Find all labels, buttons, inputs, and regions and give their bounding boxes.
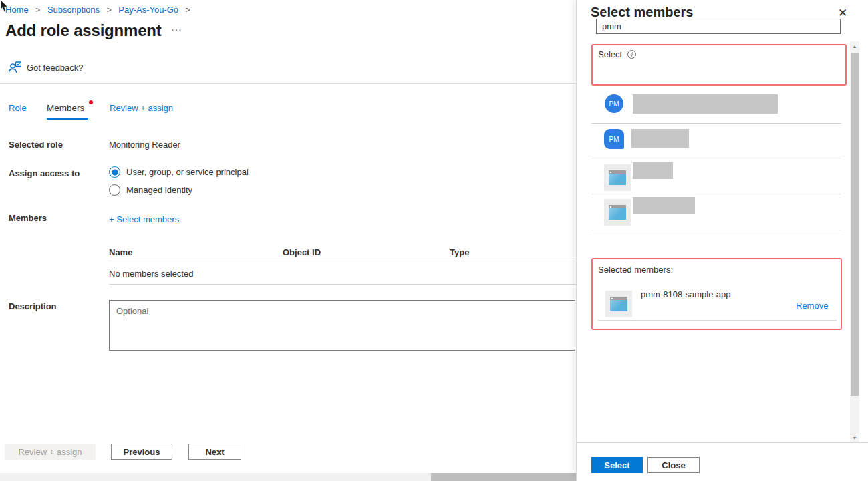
members-label: Members — [9, 213, 47, 223]
select-field-label: Select — [598, 49, 622, 59]
radio-user-group-service-principal[interactable]: User, group, or service principal — [109, 166, 249, 178]
annotation-box-select-field: Select i — [591, 44, 847, 86]
assign-access-to-label: Assign access to — [9, 168, 80, 178]
active-tab-underline — [47, 118, 88, 120]
plus-icon: + — [109, 214, 114, 224]
app-icon — [604, 164, 631, 191]
select-button[interactable]: Select — [591, 457, 643, 473]
annotation-box-selected-members: Selected members: pmm-8108-sample-app Re… — [591, 258, 842, 330]
redacted-name-bar — [633, 94, 778, 114]
select-members-link[interactable]: + Select members — [109, 213, 179, 225]
redacted-name-bar — [633, 197, 695, 214]
description-label: Description — [9, 301, 57, 311]
tab-role[interactable]: Role — [9, 103, 47, 113]
selected-role-label: Selected role — [9, 140, 63, 150]
app-icon — [605, 291, 632, 317]
breadcrumb-separator: > — [35, 5, 40, 15]
radio-managed-identity[interactable]: Managed identity — [109, 184, 192, 196]
scroll-up-icon[interactable]: ▲ — [850, 41, 859, 51]
list-divider — [591, 230, 841, 230]
vertical-scrollbar-thumb[interactable] — [851, 53, 859, 396]
table-empty-text: No members selected — [109, 269, 193, 279]
radio-selected-icon — [109, 166, 120, 178]
feedback-icon — [8, 61, 21, 73]
more-options-icon[interactable]: ··· — [171, 24, 182, 35]
tab-review-assign[interactable]: Review + assign — [110, 103, 173, 113]
breadcrumb-pay-as-you-go[interactable]: Pay-As-You-Go — [118, 5, 178, 15]
remove-member-link[interactable]: Remove — [796, 301, 828, 311]
table-row-divider — [109, 284, 576, 285]
member-search-input[interactable] — [596, 19, 841, 34]
scroll-down-icon[interactable]: ▼ — [850, 433, 859, 442]
panel-title: Select members — [591, 5, 693, 20]
previous-button[interactable]: Previous — [111, 444, 172, 460]
result-row-user-2[interactable]: PM — [591, 124, 841, 158]
selected-members-label: Selected members: — [598, 265, 673, 275]
table-header-name: Name — [109, 247, 132, 257]
table-header-object-id: Object ID — [283, 247, 321, 257]
selected-member-divider — [598, 320, 837, 321]
user-avatar: PM — [604, 129, 624, 149]
mouse-cursor-icon — [0, 0, 9, 13]
tab-members[interactable]: Members — [47, 103, 110, 113]
info-icon[interactable]: i — [627, 50, 636, 59]
members-tab-alert-dot — [89, 100, 93, 104]
got-feedback-label: Got feedback? — [27, 63, 84, 73]
horizontal-scrollbar-thumb[interactable] — [431, 473, 576, 481]
user-avatar: PM — [605, 94, 623, 113]
review-assign-button[interactable]: Review + assign — [5, 444, 96, 460]
radio-label: Managed identity — [126, 185, 192, 195]
result-row-app-1[interactable] — [591, 158, 841, 194]
horizontal-scrollbar[interactable] — [0, 473, 576, 481]
breadcrumb-subscriptions[interactable]: Subscriptions — [47, 5, 100, 15]
close-icon[interactable]: ✕ — [838, 6, 847, 20]
table-header-divider — [109, 261, 576, 261]
select-members-link-label: Select members — [116, 214, 179, 224]
result-row-user-1[interactable]: PM — [591, 90, 841, 123]
radio-unselected-icon — [109, 184, 120, 196]
app-icon — [604, 199, 631, 226]
redacted-name-bar — [631, 129, 689, 148]
radio-label: User, group, or service principal — [126, 167, 249, 177]
page-title: Add role assignment — [5, 21, 162, 40]
azure-portal-page: Home > Subscriptions > Pay-As-You-Go > A… — [0, 0, 868, 481]
breadcrumb-separator: > — [186, 5, 190, 15]
close-button[interactable]: Close — [647, 457, 700, 473]
panel-footer-divider — [577, 442, 868, 443]
got-feedback-button[interactable]: Got feedback? — [8, 61, 84, 73]
breadcrumb-separator: > — [107, 5, 112, 15]
select-members-panel: Select members ✕ Select i PM PM — [576, 0, 868, 481]
breadcrumb: Home > Subscriptions > Pay-As-You-Go > — [5, 5, 195, 15]
result-row-app-2[interactable] — [591, 194, 841, 230]
next-button[interactable]: Next — [188, 444, 241, 460]
vertical-scrollbar[interactable]: ▲ ▼ — [850, 41, 859, 442]
toolbar-divider — [0, 83, 576, 84]
tab-bar: Role Members Review + assign — [9, 103, 173, 113]
selected-role-value: Monitoring Reader — [109, 140, 180, 150]
selected-member-name: pmm-8108-sample-app — [641, 289, 730, 299]
table-header-type: Type — [450, 247, 469, 257]
description-textarea[interactable] — [109, 300, 575, 351]
redacted-name-bar — [633, 162, 673, 179]
